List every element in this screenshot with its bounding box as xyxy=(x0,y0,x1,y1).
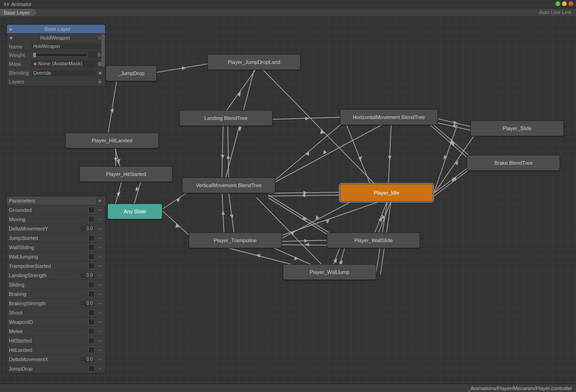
parameter-remove-button[interactable]: − xyxy=(97,357,103,362)
breadcrumb-base-layer[interactable]: Base Layer xyxy=(0,9,37,16)
parameter-remove-button[interactable]: − xyxy=(97,329,103,334)
parameter-checkbox[interactable] xyxy=(88,309,95,316)
parameter-row[interactable]: Moving− xyxy=(7,214,105,224)
state-node-slide[interactable]: Player_Slide xyxy=(471,120,564,136)
add-layer-button[interactable]: + xyxy=(97,78,103,85)
parameter-remove-button[interactable]: − xyxy=(97,347,103,353)
parameter-remove-button[interactable]: − xyxy=(97,245,103,250)
state-node-walljump[interactable]: Player_WallJump xyxy=(283,264,376,280)
parameter-checkbox[interactable] xyxy=(88,328,95,335)
parameter-remove-button[interactable]: − xyxy=(97,319,103,325)
state-node-jumpdrop[interactable]: _JumpDrop xyxy=(105,65,157,81)
state-node-wallslide[interactable]: Player_WallSlide xyxy=(327,232,420,248)
parameter-row[interactable]: JumpStarted− xyxy=(7,233,105,242)
content: _JumpDrop Player_JumpDropLand Landing Bl… xyxy=(0,17,576,384)
parameter-checkbox[interactable] xyxy=(88,216,95,223)
parameter-checkbox[interactable] xyxy=(88,319,95,325)
state-node-hmove-blendtree[interactable]: HorizontalMovement BlendTree xyxy=(340,109,438,125)
parameter-checkbox[interactable] xyxy=(88,263,95,269)
parameter-row[interactable]: WallSliding− xyxy=(7,242,105,252)
parameter-remove-button[interactable]: − xyxy=(97,207,103,213)
parameter-remove-button[interactable]: − xyxy=(97,301,103,306)
parameter-checkbox[interactable] xyxy=(88,365,95,372)
state-node-vmove-blendtree[interactable]: VerticalMovement BlendTree xyxy=(182,177,275,193)
svg-marker-75 xyxy=(333,259,337,263)
parameter-row[interactable]: HitStarted− xyxy=(7,336,105,345)
svg-marker-73 xyxy=(289,231,294,235)
parameter-row[interactable]: TrampolineStarted− xyxy=(7,261,105,270)
parameter-remove-button[interactable]: − xyxy=(97,338,103,343)
parameter-row[interactable]: Shoot− xyxy=(7,308,105,317)
state-node-landing-blendtree[interactable]: Landing BlendTree xyxy=(179,110,273,126)
parameter-row[interactable]: Braking− xyxy=(7,289,105,298)
svg-marker-55 xyxy=(326,219,330,224)
state-node-hitstarted[interactable]: Player_HitStarted xyxy=(79,166,173,182)
state-node-anystate[interactable]: Any State xyxy=(107,203,162,219)
parameter-name: Moving xyxy=(9,217,88,222)
parameter-name: DeltaMovementY xyxy=(9,226,81,231)
svg-marker-65 xyxy=(381,215,385,219)
parameter-name: LandingStrength xyxy=(9,273,81,278)
svg-line-44 xyxy=(345,122,373,192)
parameter-remove-button[interactable]: − xyxy=(97,282,103,287)
svg-line-62 xyxy=(373,201,387,236)
parameter-value-field[interactable]: 0.0 xyxy=(81,301,95,306)
parameter-value-field[interactable]: 0.0 xyxy=(81,226,95,231)
parameter-row[interactable]: Sliding− xyxy=(7,280,105,289)
foldout-icon[interactable]: ▾ xyxy=(9,35,14,41)
parameter-checkbox[interactable] xyxy=(88,347,95,353)
name-field[interactable]: HoldWeapon xyxy=(31,43,102,49)
blending-dropdown[interactable]: Override xyxy=(31,70,96,76)
parameter-remove-button[interactable]: − xyxy=(97,263,103,269)
scrollbar-thumb[interactable] xyxy=(101,34,105,67)
parameter-checkbox[interactable] xyxy=(88,207,95,213)
parameter-remove-button[interactable]: − xyxy=(97,291,103,297)
parameter-value-field[interactable]: 0.0 xyxy=(81,273,95,278)
maximize-dot-icon[interactable] xyxy=(555,1,560,6)
parameter-row[interactable]: DeltaMovementX0.0− xyxy=(7,354,105,364)
parameter-row[interactable]: JumpDrop− xyxy=(7,364,105,373)
state-node-idle[interactable]: Player_Idle xyxy=(340,184,433,202)
parameter-row[interactable]: Melee− xyxy=(7,326,105,336)
state-graph[interactable]: _JumpDrop Player_JumpDropLand Landing Bl… xyxy=(0,17,576,384)
parameter-checkbox[interactable] xyxy=(88,244,95,251)
parameter-row[interactable]: Grounded− xyxy=(7,205,105,214)
parameter-remove-button[interactable]: − xyxy=(97,217,103,222)
auto-live-link-button[interactable]: Auto Live Link xyxy=(534,8,576,16)
weight-field[interactable]: 0 xyxy=(88,52,102,58)
layer-item-holdweapon[interactable]: ▾ HoldWeapon − xyxy=(7,33,105,42)
svg-marker-19 xyxy=(454,121,457,125)
breadcrumb[interactable]: Base Layer xyxy=(0,8,37,16)
state-node-brake-blendtree[interactable]: Brake BlendTree xyxy=(467,155,560,171)
parameter-row[interactable]: WeaponID− xyxy=(7,317,105,326)
parameter-remove-button[interactable]: − xyxy=(97,273,103,278)
parameter-row[interactable]: HitLanded− xyxy=(7,345,105,354)
state-node-hitlanded[interactable]: Player_HitLanded xyxy=(65,133,159,148)
parameter-remove-button[interactable]: − xyxy=(97,254,103,259)
parameter-checkbox[interactable] xyxy=(88,235,95,241)
state-node-jumpdropland[interactable]: Player_JumpDropLand xyxy=(207,54,301,70)
parameter-value-field[interactable]: 0.0 xyxy=(81,357,95,362)
svg-line-90 xyxy=(434,124,457,192)
add-parameter-button[interactable]: + xyxy=(97,197,103,204)
parameter-checkbox[interactable] xyxy=(88,253,95,260)
parameter-checkbox[interactable] xyxy=(88,291,95,297)
state-node-trampoline[interactable]: Player_Trampoline xyxy=(189,232,282,248)
parameter-row[interactable]: BrakingStrength0.0− xyxy=(7,298,105,308)
close-dot-icon[interactable] xyxy=(569,1,573,6)
svg-line-32 xyxy=(268,192,341,193)
parameter-row[interactable]: DeltaMovementY0.0− xyxy=(7,224,105,233)
parameter-checkbox[interactable] xyxy=(88,281,95,288)
parameter-row[interactable]: LandingStrength0.0− xyxy=(7,270,105,280)
dropdown-chevron-icon[interactable]: ▾ xyxy=(97,70,103,76)
parameter-checkbox[interactable] xyxy=(88,337,95,344)
parameter-remove-button[interactable]: − xyxy=(97,226,103,231)
parameter-row[interactable]: WallJumping− xyxy=(7,252,105,261)
minimize-dot-icon[interactable] xyxy=(562,1,567,6)
mask-field[interactable]: ◆ None (AvatarMask) xyxy=(31,60,96,67)
parameter-remove-button[interactable]: − xyxy=(97,310,103,315)
parameter-remove-button[interactable]: − xyxy=(97,235,103,241)
parameter-remove-button[interactable]: − xyxy=(97,366,103,371)
layer-active-item[interactable]: ▸ Base Layer xyxy=(7,25,105,33)
weight-slider[interactable] xyxy=(33,54,86,56)
